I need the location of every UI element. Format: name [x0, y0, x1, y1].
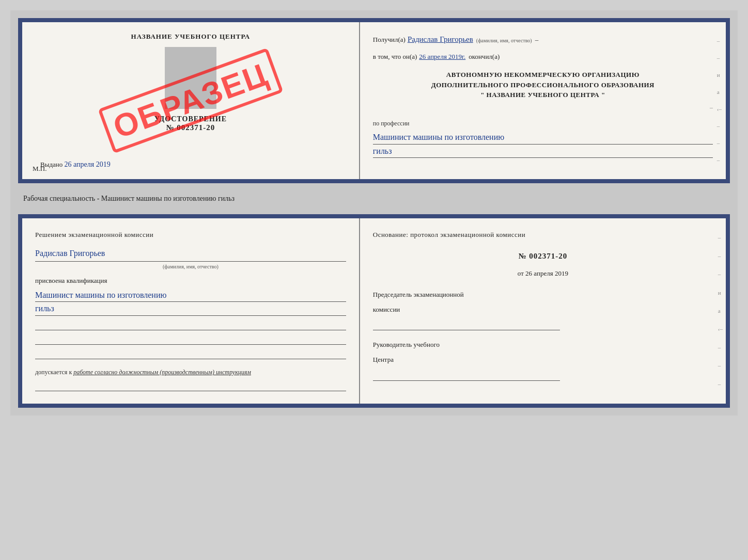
doc2-right-panel: Основание: протокол экзаменационной коми… [360, 218, 726, 404]
profession-line1: Машинист машины по изготовлению [373, 131, 713, 145]
document-1: НАЗВАНИЕ УЧЕБНОГО ЦЕНТРА УДОСТОВЕРЕНИЕ №… [18, 18, 730, 183]
vtom-date: 26 апреля 2019г. [419, 51, 465, 62]
predsedatel-block: Председатель экзаменационной комиссии [373, 289, 713, 330]
protocol-date-value: 26 апреля 2019 [525, 269, 568, 277]
doc1-right-panel: Получил(а) Радислав Григорьев (фамилия, … [360, 22, 726, 179]
komissia-label2: комиссии [373, 303, 713, 316]
po-professii-label: по профессии [373, 118, 713, 130]
org-line3: " НАЗВАНИЕ УЧЕБНОГО ЦЕНТРА " [373, 90, 713, 100]
doc2-name: Радислав Григорьев [35, 246, 346, 262]
underline-4 [35, 379, 346, 391]
qualification-line1: Машинист машины по изготовлению [35, 289, 346, 302]
right-dashes-doc2: – – – и а ‹– – – – [718, 218, 723, 404]
rukovoditel-block: Руководитель учебного Центра [373, 339, 713, 380]
dopusk-text: работе согласно должностным (производств… [73, 369, 251, 376]
dopuskaetsya-block: допускается к работе согласно должностны… [35, 367, 346, 377]
ud-title: УДОСТОВЕРЕНИЕ [154, 115, 227, 123]
vydano-date: 26 апреля 2019 [65, 161, 111, 168]
doc2-name-sub: (фамилия, имя, отчество) [35, 262, 346, 271]
udostoverenie-block: УДОСТОВЕРЕНИЕ № 002371-20 [154, 115, 227, 132]
tsentra-label: Центра [373, 354, 713, 366]
profession-line2: гильз [373, 145, 713, 158]
doc1-left-panel: НАЗВАНИЕ УЧЕБНОГО ЦЕНТРА УДОСТОВЕРЕНИЕ №… [22, 22, 360, 179]
separator-label: Рабочая специальность - Машинист машины … [18, 193, 730, 205]
org-line1: АВТОНОМНУЮ НЕКОММЕРЧЕСКУЮ ОРГАНИЗАЦИЮ [373, 70, 713, 80]
dopusk-label: допускается к [35, 369, 72, 376]
protocol-date: от 26 апреля 2019 [373, 267, 713, 280]
right-dashes-doc1: – – и а ‹– – – – [717, 22, 722, 179]
protocol-number: № 002371-20 [373, 249, 713, 264]
dash2: – [373, 102, 713, 114]
predsedatel-signature-line [373, 318, 560, 330]
org-line2: ДОПОЛНИТЕЛЬНОГО ПРОФЕССИОНАЛЬНОГО ОБРАЗО… [373, 80, 713, 90]
photo-placeholder [165, 47, 216, 109]
dash1: – [535, 34, 539, 45]
org-block: АВТОНОМНУЮ НЕКОММЕРЧЕСКУЮ ОРГАНИЗАЦИЮ ДО… [373, 70, 713, 100]
mp-label: М.П. [33, 165, 46, 173]
underline-1 [35, 318, 346, 330]
poluchil-line: Получил(а) Радислав Григорьев (фамилия, … [373, 33, 713, 46]
vtom-label: в том, что он(а) [373, 51, 417, 62]
ud-number: № 002371-20 [154, 123, 227, 132]
poluchil-label: Получил(а) [373, 34, 406, 45]
predsedatel-label: Председатель экзаменационной [373, 289, 713, 301]
poluchil-sub: (фамилия, имя, отчество) [476, 36, 532, 45]
protocol-date-prefix: от [518, 269, 524, 277]
page-container: НАЗВАНИЕ УЧЕБНОГО ЦЕНТРА УДОСТОВЕРЕНИЕ №… [10, 10, 738, 415]
okonchil-label: окончил(а) [469, 51, 500, 62]
document-2: Решением экзаменационной комиссии Радисл… [18, 214, 730, 408]
doc2-left-panel: Решением экзаменационной комиссии Радисл… [22, 218, 360, 404]
doc1-center-title: НАЗВАНИЕ УЧЕБНОГО ЦЕНТРА [131, 33, 251, 41]
rukovoditel-signature-line [373, 369, 560, 381]
osnование-title: Основание: протокол экзаменационной коми… [373, 229, 713, 242]
vtom-line: в том, что он(а) 26 апреля 2019г. окончи… [373, 51, 713, 62]
qualification-line2: гильз [35, 302, 346, 316]
underline-3 [35, 347, 346, 359]
prisvoena-label: присвоена квалификация [35, 275, 346, 287]
underline-2 [35, 332, 346, 345]
rukovoditel-label: Руководитель учебного [373, 339, 713, 351]
doc2-name-block: Радислав Григорьев (фамилия, имя, отчест… [35, 246, 346, 271]
poluchil-name: Радислав Григорьев [408, 33, 473, 46]
komissia-title: Решением экзаменационной комиссии [35, 229, 346, 242]
